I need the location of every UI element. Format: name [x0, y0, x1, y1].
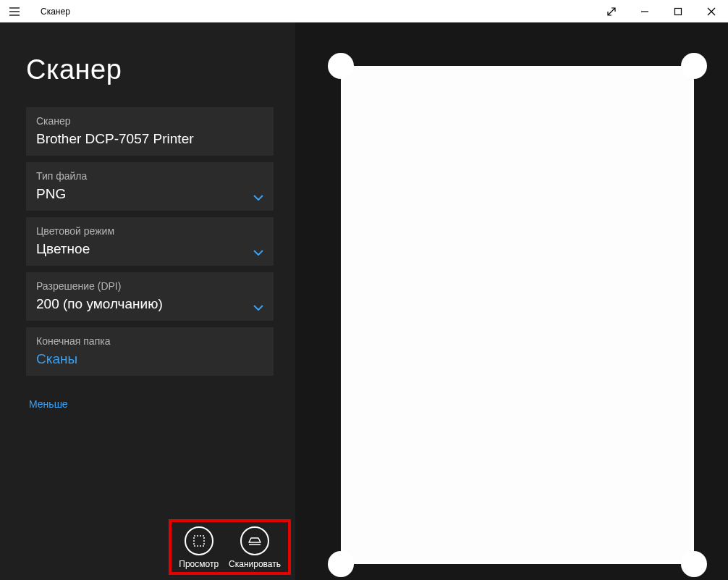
- scanner-label: Сканер: [36, 115, 263, 127]
- scanner-dropdown[interactable]: Сканер Brother DCP-7057 Printer: [26, 107, 274, 156]
- scan-label: Сканировать: [229, 559, 281, 569]
- destfolder-value: Сканы: [36, 351, 263, 367]
- crop-handle-top-left[interactable]: [328, 53, 354, 79]
- titlebar: Сканер: [0, 0, 728, 22]
- fullscreen-button[interactable]: [595, 0, 628, 22]
- dpi-value: 200 (по умолчанию): [36, 296, 263, 312]
- sidebar-inner: Сканер Сканер Brother DCP-7057 Printer Т…: [0, 22, 295, 580]
- scanner-icon: [247, 534, 263, 548]
- dpi-dropdown[interactable]: Разрешение (DPI) 200 (по умолчанию): [26, 272, 274, 321]
- scan-preview-page[interactable]: [341, 66, 694, 564]
- colormode-value: Цветное: [36, 241, 263, 257]
- show-less-link[interactable]: Меньше: [26, 398, 274, 410]
- settings-sidebar: Сканер Сканер Brother DCP-7057 Printer Т…: [0, 22, 295, 580]
- svg-rect-7: [194, 536, 204, 546]
- chevron-down-icon: [253, 250, 263, 256]
- preview-area: [295, 22, 728, 580]
- titlebar-controls: [595, 0, 728, 22]
- maximize-icon: [674, 7, 682, 16]
- titlebar-left: Сканер: [0, 0, 70, 22]
- crop-handle-top-right[interactable]: [681, 53, 707, 79]
- scanner-value: Brother DCP-7057 Printer: [36, 131, 263, 147]
- preview-selection-icon: [192, 534, 206, 548]
- close-button[interactable]: [695, 0, 728, 22]
- close-icon: [707, 7, 716, 16]
- minimize-icon: [640, 7, 649, 16]
- svg-rect-4: [675, 8, 682, 14]
- destfolder-label: Конечная папка: [36, 335, 263, 347]
- colormode-dropdown[interactable]: Цветовой режим Цветное: [26, 217, 274, 266]
- maximize-button[interactable]: [661, 0, 695, 22]
- action-buttons-highlight: Просмотр Сканировать: [169, 519, 291, 575]
- minimize-button[interactable]: [628, 0, 661, 22]
- window-title: Сканер: [41, 7, 70, 17]
- scan-icon-circle: [240, 526, 269, 555]
- destination-folder-field[interactable]: Конечная папка Сканы: [26, 327, 274, 376]
- chevron-down-icon: [253, 305, 263, 311]
- preview-button[interactable]: Просмотр: [177, 524, 220, 569]
- crop-handle-bottom-right[interactable]: [681, 551, 707, 577]
- preview-label: Просмотр: [179, 559, 219, 569]
- colormode-label: Цветовой режим: [36, 225, 263, 237]
- dpi-label: Разрешение (DPI): [36, 280, 263, 292]
- filetype-dropdown[interactable]: Тип файла PNG: [26, 162, 274, 211]
- hamburger-icon: [9, 7, 20, 16]
- page-title: Сканер: [26, 54, 274, 85]
- filetype-label: Тип файла: [36, 170, 263, 182]
- filetype-value: PNG: [36, 186, 263, 202]
- hamburger-menu-button[interactable]: [0, 0, 29, 22]
- preview-icon-circle: [185, 526, 213, 555]
- chevron-down-icon: [253, 195, 263, 201]
- crop-handle-bottom-left[interactable]: [328, 551, 354, 577]
- app-body: Сканер Сканер Brother DCP-7057 Printer Т…: [0, 22, 728, 580]
- fullscreen-icon: [607, 7, 616, 16]
- scan-button[interactable]: Сканировать: [227, 524, 282, 569]
